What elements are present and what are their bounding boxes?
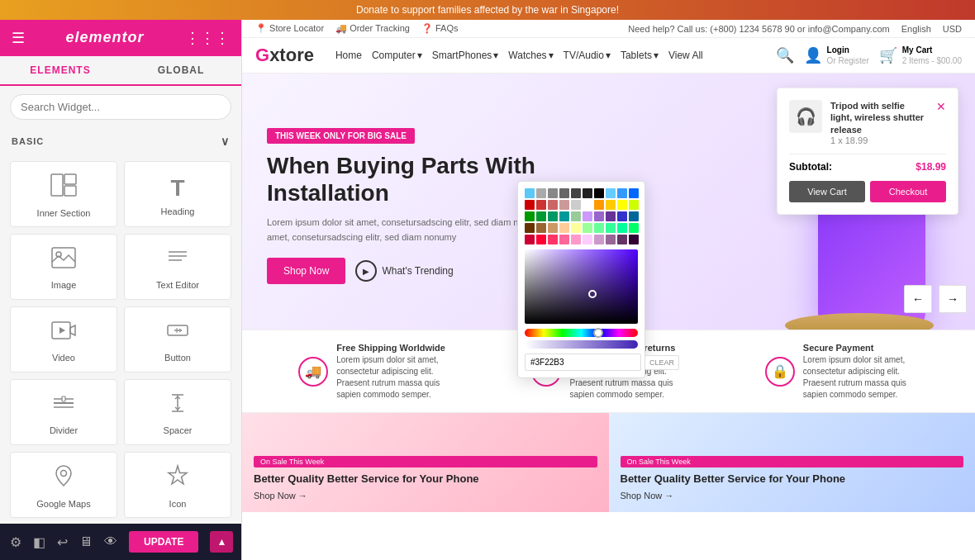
hex-input[interactable] xyxy=(525,354,641,371)
language-selector[interactable]: English xyxy=(901,24,931,34)
element-button[interactable]: Button xyxy=(124,306,231,373)
store-logo[interactable]: Gxtore xyxy=(255,45,314,66)
cart-area[interactable]: 🛒 My Cart 2 Items - $00.00 xyxy=(879,45,962,66)
hue-slider[interactable] xyxy=(525,329,638,337)
color-swatch[interactable] xyxy=(606,211,616,221)
tab-elements[interactable]: ELEMENTS xyxy=(0,56,121,86)
nav-tv-audio[interactable]: TV/Audio ▾ xyxy=(564,50,611,61)
color-swatch[interactable] xyxy=(559,223,569,233)
element-google-maps[interactable]: Google Maps xyxy=(10,452,117,518)
element-image[interactable]: Image xyxy=(10,234,117,300)
color-swatch[interactable] xyxy=(559,211,569,221)
responsive-icon[interactable]: 🖥 xyxy=(79,534,93,549)
color-swatch[interactable] xyxy=(594,188,604,198)
color-swatch[interactable] xyxy=(606,223,616,233)
element-text-editor[interactable]: Text Editor xyxy=(124,234,231,300)
color-swatch[interactable] xyxy=(559,235,569,244)
color-swatch[interactable] xyxy=(525,200,535,210)
checkout-button[interactable]: Checkout xyxy=(870,181,946,202)
element-heading[interactable]: T Heading xyxy=(124,161,231,227)
color-swatch[interactable] xyxy=(536,235,546,244)
color-swatch[interactable] xyxy=(617,211,627,221)
color-swatch[interactable] xyxy=(525,235,535,244)
color-swatch[interactable] xyxy=(629,200,639,210)
color-swatch[interactable] xyxy=(617,188,627,198)
collapse-icon[interactable]: ∨ xyxy=(221,135,230,148)
element-divider[interactable]: Divider xyxy=(10,379,117,445)
color-swatch[interactable] xyxy=(525,211,535,221)
element-video[interactable]: Video xyxy=(10,306,117,373)
nav-view-all[interactable]: View All xyxy=(668,50,703,61)
nav-watches[interactable]: Watches ▾ xyxy=(508,50,553,61)
color-swatch[interactable] xyxy=(536,223,546,233)
grid-icon[interactable]: ⋮⋮⋮ xyxy=(185,29,230,47)
search-icon[interactable]: 🔍 xyxy=(776,46,794,64)
currency-selector[interactable]: USD xyxy=(943,24,962,34)
element-spacer[interactable]: Spacer xyxy=(124,379,231,445)
color-swatch[interactable] xyxy=(629,188,639,198)
shop-now-button[interactable]: Shop Now xyxy=(267,258,345,284)
color-swatch[interactable] xyxy=(559,200,569,210)
color-swatch[interactable] xyxy=(617,200,627,210)
color-swatch[interactable] xyxy=(629,211,639,221)
color-swatch[interactable] xyxy=(583,235,592,244)
color-swatch[interactable] xyxy=(594,211,604,221)
update-arrow-button[interactable]: ▲ xyxy=(210,531,233,553)
layers-icon[interactable]: ◧ xyxy=(33,534,45,550)
color-swatch[interactable] xyxy=(606,188,616,198)
login-area[interactable]: 👤 Login Or Register xyxy=(804,45,869,66)
color-swatch[interactable] xyxy=(548,200,558,210)
color-swatch[interactable] xyxy=(594,235,604,244)
prev-arrow[interactable]: ← xyxy=(904,285,932,313)
color-swatch[interactable] xyxy=(629,223,639,233)
nav-tablets[interactable]: Tablets ▾ xyxy=(621,50,659,61)
color-swatch[interactable] xyxy=(571,235,581,244)
element-inner-section[interactable]: Inner Section xyxy=(10,161,117,227)
update-button[interactable]: UPDATE xyxy=(129,531,198,553)
search-input[interactable] xyxy=(10,94,231,120)
color-swatch[interactable] xyxy=(536,211,546,221)
history-icon[interactable]: ↩ xyxy=(57,534,68,550)
color-swatch[interactable] xyxy=(525,223,535,233)
color-swatch[interactable] xyxy=(594,223,604,233)
cart-item-remove-icon[interactable]: ✕ xyxy=(936,100,946,113)
color-swatch[interactable] xyxy=(536,188,546,198)
tab-global[interactable]: GLOBAL xyxy=(121,56,241,84)
color-swatch[interactable] xyxy=(548,188,558,198)
color-swatch[interactable] xyxy=(548,235,558,244)
color-swatch[interactable] xyxy=(548,223,558,233)
alpha-slider[interactable] xyxy=(525,340,638,349)
hamburger-icon[interactable]: ☰ xyxy=(12,29,25,47)
color-swatch[interactable] xyxy=(536,200,546,210)
faqs-link[interactable]: ❓ FAQs xyxy=(421,23,459,34)
color-swatch[interactable] xyxy=(583,211,592,221)
next-arrow[interactable]: → xyxy=(939,285,967,313)
color-swatch[interactable] xyxy=(525,188,535,198)
color-gradient[interactable] xyxy=(525,249,638,324)
nav-home[interactable]: Home xyxy=(335,50,362,61)
view-cart-button[interactable]: View Cart xyxy=(789,181,865,202)
color-swatch[interactable] xyxy=(594,200,604,210)
color-swatch[interactable] xyxy=(583,200,592,210)
color-swatch[interactable] xyxy=(548,211,558,221)
color-swatch[interactable] xyxy=(571,211,581,221)
color-swatch[interactable] xyxy=(571,188,581,198)
color-swatch[interactable] xyxy=(606,235,616,244)
element-icon[interactable]: Icon xyxy=(124,452,231,518)
color-swatch[interactable] xyxy=(629,235,639,244)
color-swatch[interactable] xyxy=(617,235,627,244)
color-swatch[interactable] xyxy=(617,223,627,233)
preview-icon[interactable]: 👁 xyxy=(104,534,117,549)
clear-button[interactable]: CLEAR xyxy=(644,355,679,370)
color-swatch[interactable] xyxy=(583,223,592,233)
color-swatch[interactable] xyxy=(571,200,581,210)
product-card-1-link[interactable]: Shop Now → xyxy=(254,491,597,501)
color-swatch[interactable] xyxy=(583,188,592,198)
nav-smartphones[interactable]: SmartPhones ▾ xyxy=(432,50,499,61)
color-swatch[interactable] xyxy=(571,223,581,233)
settings-icon[interactable]: ⚙ xyxy=(10,534,21,550)
nav-computer[interactable]: Computer ▾ xyxy=(372,50,422,61)
store-locator-link[interactable]: 📍 Store Locator xyxy=(255,23,324,34)
color-swatch[interactable] xyxy=(559,188,569,198)
trending-button[interactable]: ▶ What's Trending xyxy=(355,260,453,282)
